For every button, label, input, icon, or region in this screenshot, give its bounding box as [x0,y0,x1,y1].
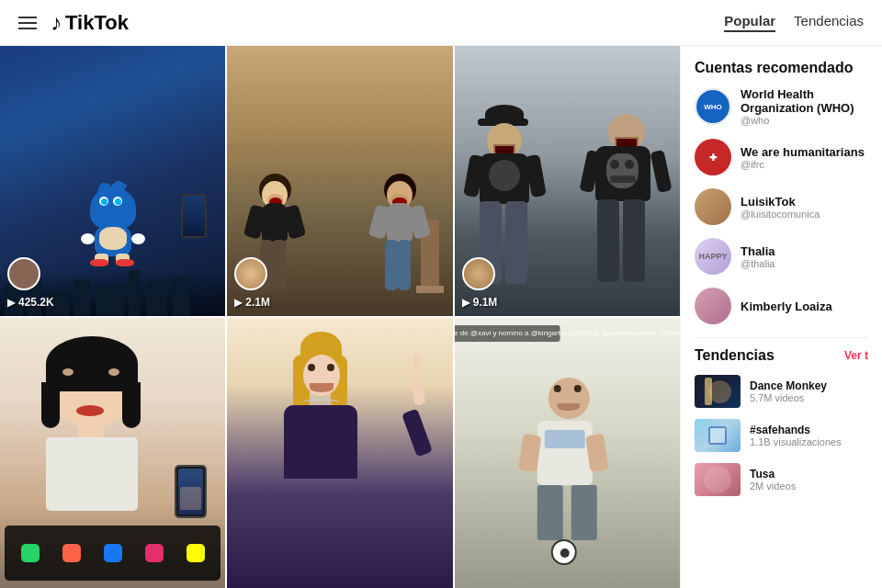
view-count-2: 2.1M [245,296,270,309]
account-name-who: World Health Organization (WHO) [741,87,868,115]
video-avatar-3 [462,257,495,290]
video-card-2[interactable]: ▶ 2.1M [227,46,452,316]
recommended-title: Cuentas recomendado [695,60,868,76]
account-info-who: World Health Organization (WHO) @who [741,87,868,126]
account-avatar-ifrc: ✚ [695,139,731,175]
nav-tendencias[interactable]: Tendencias [794,13,864,32]
play-overlay-2: ▶ 2.1M [234,296,270,309]
logo[interactable]: ♪ TikTok [51,10,129,36]
play-icon-2: ▶ [234,297,242,309]
trend-item-dance-monkey[interactable]: Dance Monkey 5.7M videos [695,375,868,408]
account-name-kimberly: Kimberly Loaiza [741,300,868,313]
trend-name-tusa: Tusa [750,468,868,481]
trend-count-dance-monkey: 5.7M videos [750,392,868,403]
account-info-thalia: Thalia @thalia [741,244,868,269]
main-content: ▶ 425.2K [0,46,882,588]
account-handle-ifrc: @ifrc [741,159,868,170]
trend-item-safehands[interactable]: #safehands 1.1B visualizaciones [695,419,868,452]
ver-todo-button[interactable]: Ver t [844,349,868,362]
view-count-3: 9.1M [473,296,498,309]
header-nav: Popular Tendencias [724,13,864,32]
account-info-luis: LuisikTok @luisitocomunica [741,195,868,220]
hamburger-menu[interactable] [18,17,37,29]
play-icon-3: ▶ [462,297,469,309]
trend-thumb-dance-monkey [695,375,741,408]
account-item-luis[interactable]: LuisikTok @luisitocomunica [695,188,868,225]
account-item-ifrc[interactable]: ✚ We are humanitarians @ifrc [695,139,868,175]
video-card-6[interactable]: Acepto el #10toquechallenge de @xavi y n… [455,318,680,588]
logo-text: TikTok [65,11,129,35]
video-grid: ▶ 425.2K [0,46,680,588]
account-info-kimberly: Kimberly Loaiza [741,300,868,313]
trend-info-safehands: #safehands 1.1B visualizaciones [750,424,868,447]
account-handle-thalia: @thalia [741,258,868,269]
who-logo: WHO [696,90,729,123]
play-overlay-1: ▶ 425.2K [7,296,54,309]
account-handle-luis: @luisitocomunica [741,209,868,220]
trend-name-safehands: #safehands [750,424,868,436]
video-card-3[interactable]: ▶ 9.1M [455,46,680,316]
trends-title: Tendencias [695,347,775,364]
play-overlay-3: ▶ 9.1M [462,296,498,309]
account-item-who[interactable]: WHO World Health Organization (WHO) @who [695,87,868,126]
logo-icon: ♪ [51,10,62,36]
account-item-kimberly[interactable]: Kimberly Loaiza [695,288,868,324]
account-name-ifrc: We are humanitarians [741,145,868,159]
video-card-5[interactable] [227,318,452,588]
account-avatar-kimberly [695,288,731,324]
account-handle-who: @who [741,115,868,126]
trend-name-dance-monkey: Dance Monkey [750,379,868,392]
trend-info-dance-monkey: Dance Monkey 5.7M videos [750,379,868,403]
trends-header: Tendencias Ver t [695,347,868,364]
view-count-1: 425.2K [18,296,54,309]
trend-info-tusa: Tusa 2M videos [750,468,868,492]
video-avatar-1 [7,257,40,290]
header-left: ♪ TikTok [18,10,129,36]
trend-thumb-safehands [695,419,741,452]
account-avatar-who: WHO [695,88,731,125]
account-avatar-thalia: HAPPY [695,238,731,275]
sidebar: Cuentas recomendado WHO World Health Org… [680,46,882,588]
trend-item-tusa[interactable]: Tusa 2M videos [695,463,868,496]
ifrc-logo: ✚ [709,153,717,163]
account-avatar-luis [695,188,731,225]
account-name-thalia: Thalia [741,244,868,258]
trend-count-safehands: 1.1B visualizaciones [750,436,868,447]
trend-count-tusa: 2M videos [750,481,868,492]
play-icon-1: ▶ [7,297,15,309]
header: ♪ TikTok Popular Tendencias [0,0,882,46]
sidebar-divider [695,337,868,338]
video-card-1[interactable]: ▶ 425.2K [0,46,225,316]
nav-popular[interactable]: Popular [724,13,775,32]
account-info-ifrc: We are humanitarians @ifrc [741,145,868,170]
video-card-4[interactable] [0,318,225,588]
trend-thumb-tusa [695,463,741,496]
account-item-thalia[interactable]: HAPPY Thalia @thalia [695,238,868,275]
account-name-luis: LuisikTok [741,195,868,209]
